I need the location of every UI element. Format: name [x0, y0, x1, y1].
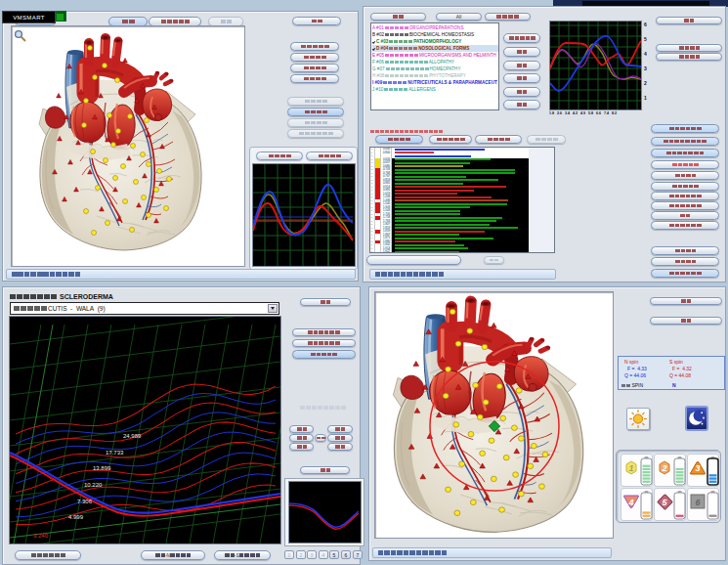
svg-text:24.989: 24.989	[123, 433, 142, 439]
svg-text:1: 1	[628, 463, 633, 473]
svg-text:17.733: 17.733	[106, 450, 124, 456]
svg-text:10.220: 10.220	[84, 482, 103, 488]
svg-text:4: 4	[627, 498, 633, 507]
svg-text:7.306: 7.306	[77, 499, 93, 504]
svg-text:4.999: 4.999	[68, 514, 84, 520]
svg-text:3.240: 3.240	[33, 533, 49, 539]
svg-text:3: 3	[695, 463, 700, 473]
svg-text:2: 2	[661, 463, 666, 473]
svg-text:13.899: 13.899	[93, 465, 111, 471]
